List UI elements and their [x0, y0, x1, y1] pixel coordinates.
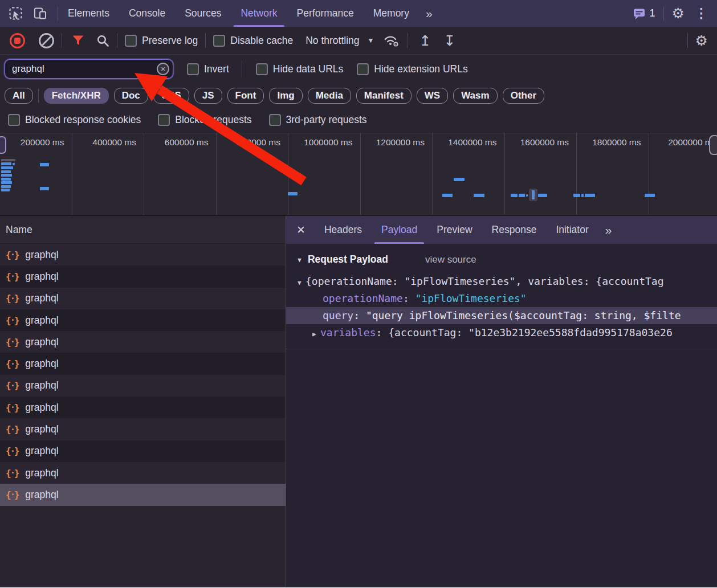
clear-filter-icon[interactable]: ✕ [157, 63, 169, 75]
filter-chip-doc[interactable]: Doc [114, 88, 148, 104]
throttling-select[interactable]: No throttling ▼ [305, 35, 374, 47]
filter-chip-css[interactable]: CSS [153, 88, 189, 104]
xhr-icon-dot [12, 385, 14, 386]
clear-network-log-icon[interactable] [39, 33, 54, 48]
details-tab-preview[interactable]: Preview [427, 216, 482, 244]
xhr-json-icon: {} [6, 293, 19, 304]
filter-input[interactable] [5, 59, 173, 79]
filter-chip-other[interactable]: Other [503, 88, 544, 104]
details-tab-response[interactable]: Response [482, 216, 547, 244]
request-row[interactable]: {}graphql [0, 331, 286, 353]
checkbox-label: Blocked requests [175, 114, 251, 126]
device-toolbar-icon[interactable] [34, 7, 47, 20]
details-tab-payload[interactable]: Payload [372, 216, 427, 244]
payload-key: operationName [323, 292, 403, 304]
tree-expand-icon[interactable]: ▶ [312, 326, 320, 341]
tab-console[interactable]: Console [119, 0, 175, 27]
payload-tree-row[interactable]: operationName: "ipFlowTimeseries" [286, 290, 717, 307]
tab-network[interactable]: Network [231, 0, 287, 27]
request-row[interactable]: {}graphql [0, 353, 286, 374]
more-tabs-chevron-icon[interactable]: » [419, 0, 441, 27]
preserve-log-checkbox[interactable]: Preserve log [125, 35, 198, 47]
inspect-element-icon[interactable] [9, 7, 22, 20]
request-row[interactable]: {}graphql [0, 309, 286, 331]
network-settings-gear-icon[interactable]: ⚙ [695, 32, 708, 49]
overview-tick: 800000 ms [217, 133, 289, 215]
record-network-log-icon[interactable] [10, 33, 25, 48]
settings-gear-icon[interactable]: ⚙ [672, 5, 685, 22]
payload-tree: ▼{operationName: "ipFlowTimeseries", var… [286, 273, 717, 341]
more-details-tabs-chevron-icon[interactable]: » [598, 216, 620, 244]
checkbox-box [187, 63, 199, 75]
details-tab-headers[interactable]: Headers [315, 216, 372, 244]
tree-expand-icon[interactable]: ▼ [298, 275, 305, 290]
tab-elements[interactable]: Elements [58, 0, 119, 27]
request-row[interactable]: {}graphql [0, 244, 286, 266]
close-details-icon[interactable]: ✕ [286, 216, 315, 244]
hide-extension-urls-checkbox[interactable]: Hide extension URLs [357, 63, 467, 75]
payload-tree-row[interactable]: query: "query ipFlowTimeseries($accountT… [286, 307, 717, 324]
blocked-response-cookies-checkbox[interactable]: Blocked response cookies [8, 114, 141, 126]
tabbar-right-controls: 1 ⚙ ⋮ [633, 0, 717, 27]
filter-chip-img[interactable]: Img [269, 88, 302, 104]
filter-chip-ws[interactable]: WS [417, 88, 448, 104]
import-har-icon[interactable]: ↥ [419, 34, 431, 48]
overview-tick: 2000000 ms [649, 133, 717, 215]
kebab-menu-icon[interactable]: ⋮ [692, 6, 710, 21]
request-row[interactable]: {}graphql [0, 397, 286, 418]
network-overview-timeline[interactable]: 200000 ms400000 ms600000 ms800000 ms1000… [0, 133, 717, 216]
payload-tree-row[interactable]: ▼{operationName: "ipFlowTimeseries", var… [286, 273, 717, 290]
filter-chip-wasm[interactable]: Wasm [453, 88, 497, 104]
filter-chip-js[interactable]: JS [194, 88, 222, 104]
checkbox-box [158, 114, 170, 126]
tab-performance[interactable]: Performance [287, 0, 364, 27]
filter-chip-all[interactable]: All [5, 88, 33, 104]
request-row[interactable]: {}graphql [0, 288, 286, 309]
filter-chip-manifest[interactable]: Manifest [356, 88, 412, 104]
3rd-party-requests-checkbox[interactable]: 3rd-party requests [269, 114, 367, 126]
xhr-icon-dot [12, 406, 14, 408]
devtools-tabbar: ElementsConsoleSourcesNetworkPerformance… [0, 0, 717, 27]
extra-filters-row: Blocked response cookiesBlocked requests… [0, 107, 717, 133]
section-collapse-icon[interactable]: ▼ [296, 256, 303, 263]
request-name: graphql [25, 271, 58, 283]
request-row[interactable]: {}graphql [0, 375, 286, 397]
filter-chip-font[interactable]: Font [227, 88, 264, 104]
tab-sources[interactable]: Sources [175, 0, 231, 27]
request-row[interactable]: {}graphql [0, 440, 286, 462]
disable-cache-checkbox[interactable]: Disable cache [213, 35, 293, 47]
name-column-header[interactable]: Name [0, 216, 286, 244]
blocked-requests-checkbox[interactable]: Blocked requests [158, 114, 251, 126]
view-source-link[interactable]: view source [425, 254, 476, 266]
request-row[interactable]: {}graphql [0, 484, 286, 505]
export-har-icon[interactable]: ↧ [443, 34, 455, 48]
filter-chip-fetch-xhr[interactable]: Fetch/XHR [44, 88, 109, 104]
overview-tick: 400000 ms [72, 133, 145, 215]
tab-memory[interactable]: Memory [364, 0, 419, 27]
xhr-icon-dot [12, 341, 14, 342]
payload-plain: : [353, 309, 366, 321]
issues-counter[interactable]: 1 [633, 7, 655, 20]
overview-request-bar [1, 162, 11, 165]
filter-funnel-icon[interactable] [72, 35, 84, 46]
request-row[interactable]: {}graphql [0, 418, 286, 440]
filter-chip-media[interactable]: Media [308, 88, 351, 104]
details-tab-initiator[interactable]: Initiator [546, 216, 598, 244]
overview-request-bar [474, 194, 484, 197]
network-conditions-icon[interactable] [383, 33, 400, 48]
payload-tree-row[interactable]: ▶variables: {accountTag: "b12e3b2192ee55… [286, 324, 717, 341]
request-row[interactable]: {}graphql [0, 462, 286, 484]
overview-tick: 1800000 ms [577, 133, 649, 215]
xhr-icon-dot [12, 254, 14, 255]
invert-checkbox[interactable]: Invert [187, 63, 229, 75]
overview-request-bar [1, 185, 11, 188]
request-name: graphql [25, 315, 58, 326]
search-icon[interactable] [96, 34, 109, 47]
overview-left-handle[interactable] [0, 136, 6, 154]
hide-data-urls-label: Hide data URLs [273, 63, 344, 75]
payload-key: variables [320, 326, 376, 338]
overview-request-bar [1, 178, 11, 181]
request-row[interactable]: {}graphql [0, 266, 286, 287]
hide-data-urls-checkbox[interactable]: Hide data URLs [256, 63, 344, 75]
overview-right-handle[interactable] [709, 135, 717, 155]
